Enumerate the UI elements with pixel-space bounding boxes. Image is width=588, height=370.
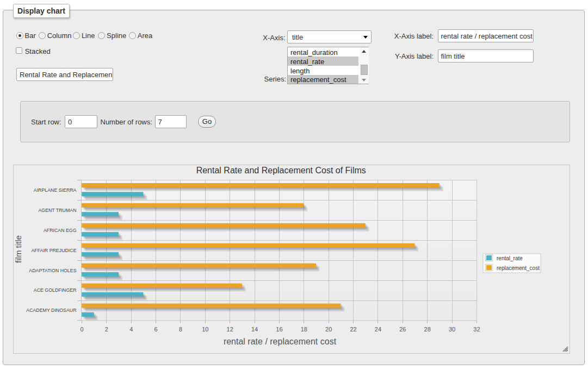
svg-text:22: 22 — [350, 326, 356, 333]
svg-text:26: 26 — [399, 326, 406, 333]
svg-text:AGENT TRUMAN: AGENT TRUMAN — [38, 208, 76, 213]
svg-text:4: 4 — [129, 326, 133, 333]
svg-text:AFRICAN EGG: AFRICAN EGG — [44, 228, 77, 233]
svg-text:rental rate / replacement cost: rental rate / replacement cost — [224, 337, 337, 346]
svg-text:32: 32 — [473, 326, 480, 333]
svg-text:12: 12 — [227, 326, 233, 333]
svg-text:ACADEMY DINOSAUR: ACADEMY DINOSAUR — [26, 308, 76, 313]
svg-text:Rental Rate and Replacement Co: Rental Rate and Replacement Cost of Film… — [196, 166, 366, 175]
svg-text:replacement_cost: replacement_cost — [497, 265, 540, 271]
svg-text:10: 10 — [202, 326, 208, 333]
svg-text:film title: film title — [14, 235, 23, 263]
svg-text:28: 28 — [424, 326, 431, 333]
svg-text:20: 20 — [325, 326, 332, 333]
svg-text:AIRPLANE SIERRA: AIRPLANE SIERRA — [34, 187, 77, 193]
svg-text:AFFAIR PREJUDICE: AFFAIR PREJUDICE — [31, 248, 76, 253]
svg-text:ADAPTATION HOLES: ADAPTATION HOLES — [29, 268, 76, 273]
svg-text:30: 30 — [449, 326, 455, 333]
svg-text:16: 16 — [276, 326, 282, 333]
svg-text:0: 0 — [80, 326, 83, 333]
svg-text:8: 8 — [179, 326, 182, 333]
svg-text:6: 6 — [154, 326, 158, 333]
svg-text:ACE GOLDFINGER: ACE GOLDFINGER — [34, 287, 77, 293]
svg-text:14: 14 — [251, 326, 258, 333]
svg-text:18: 18 — [301, 326, 307, 333]
svg-text:rental_rate: rental_rate — [497, 255, 523, 261]
svg-text:2: 2 — [105, 326, 108, 333]
svg-text:24: 24 — [375, 326, 381, 333]
